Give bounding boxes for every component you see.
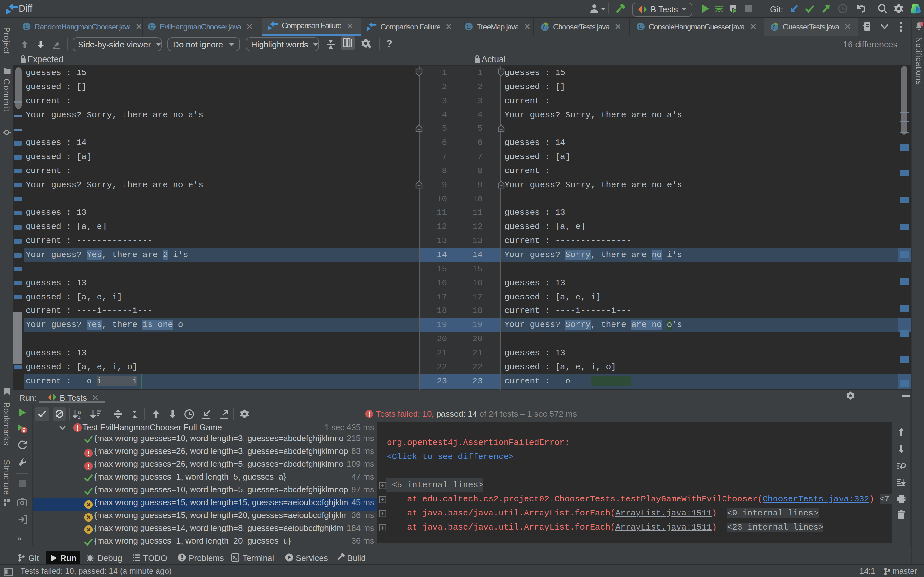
svg-text:C: C xyxy=(467,24,471,30)
svg-text:C: C xyxy=(150,24,154,30)
svg-text:C: C xyxy=(639,24,643,30)
svg-text:9: 9 xyxy=(23,427,25,433)
svg-text:C: C xyxy=(25,24,29,30)
svg-text:z: z xyxy=(78,414,81,418)
